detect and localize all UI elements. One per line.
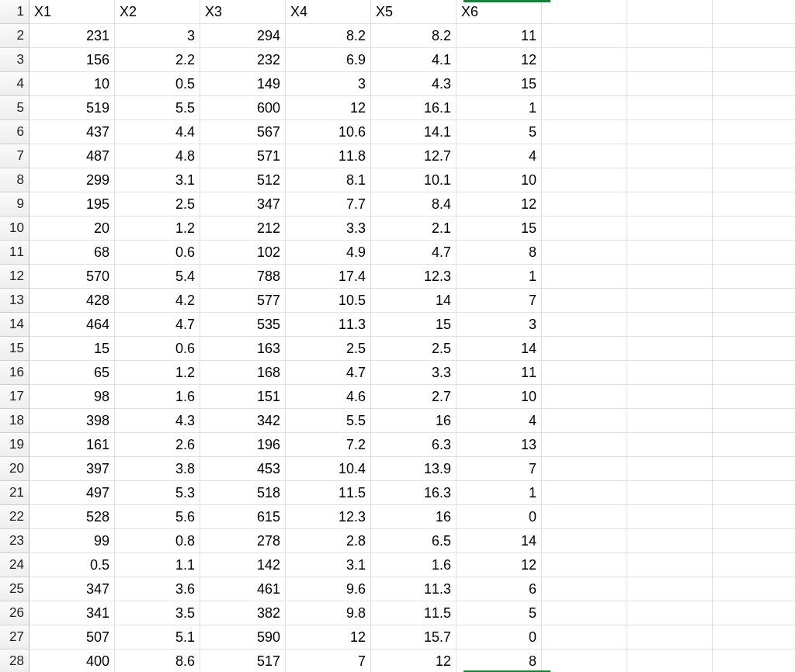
data-cell[interactable]: 10 [30, 72, 115, 96]
data-cell[interactable]: 3.3 [286, 216, 371, 241]
data-cell[interactable]: 6.9 [286, 48, 371, 72]
row-header[interactable]: 21 [0, 481, 30, 505]
empty-cell[interactable] [627, 192, 713, 216]
empty-cell[interactable] [627, 24, 713, 48]
data-cell[interactable]: 3.1 [286, 553, 371, 577]
data-cell[interactable]: 382 [200, 601, 286, 625]
empty-cell[interactable] [713, 144, 795, 168]
empty-cell[interactable] [627, 72, 713, 96]
row-header[interactable]: 11 [0, 241, 30, 265]
empty-cell[interactable] [542, 601, 627, 625]
empty-cell[interactable] [713, 241, 795, 265]
data-cell[interactable]: 299 [30, 168, 115, 192]
data-cell[interactable]: 12 [457, 48, 542, 72]
data-cell[interactable]: 600 [200, 96, 286, 120]
empty-cell[interactable] [627, 0, 713, 24]
row-header[interactable]: 6 [0, 120, 30, 144]
empty-cell[interactable] [713, 625, 795, 649]
data-cell[interactable]: 278 [200, 529, 286, 553]
data-cell[interactable]: 20 [30, 216, 115, 241]
data-cell[interactable]: 8.1 [286, 168, 371, 192]
empty-cell[interactable] [627, 577, 713, 601]
data-cell[interactable]: 12.7 [371, 144, 457, 168]
row-header[interactable]: 9 [0, 192, 30, 216]
data-cell[interactable]: 11.8 [286, 144, 371, 168]
data-cell[interactable]: 15.7 [371, 625, 457, 649]
empty-cell[interactable] [542, 337, 627, 361]
data-cell[interactable]: 11.5 [286, 481, 371, 505]
data-cell[interactable]: 2.7 [371, 385, 457, 409]
data-cell[interactable]: 6 [457, 577, 542, 601]
data-cell[interactable]: 142 [200, 553, 286, 577]
empty-cell[interactable] [542, 361, 627, 385]
data-cell[interactable]: 5.6 [115, 505, 200, 529]
data-cell[interactable]: 232 [200, 48, 286, 72]
data-cell[interactable]: 464 [30, 313, 115, 337]
column-header[interactable]: X3 [200, 0, 286, 24]
data-cell[interactable]: 14.1 [371, 120, 457, 144]
empty-cell[interactable] [713, 361, 795, 385]
data-cell[interactable]: 9.6 [286, 577, 371, 601]
empty-cell[interactable] [627, 553, 713, 577]
row-header[interactable]: 17 [0, 385, 30, 409]
data-cell[interactable]: 3.6 [115, 577, 200, 601]
data-cell[interactable]: 7 [286, 649, 371, 672]
data-cell[interactable]: 4.6 [286, 385, 371, 409]
empty-cell[interactable] [627, 529, 713, 553]
data-cell[interactable]: 4.3 [371, 72, 457, 96]
empty-cell[interactable] [627, 625, 713, 649]
empty-cell[interactable] [627, 265, 713, 289]
data-cell[interactable]: 11.3 [286, 313, 371, 337]
empty-cell[interactable] [542, 505, 627, 529]
data-cell[interactable]: 4.7 [286, 361, 371, 385]
data-cell[interactable]: 8.2 [286, 24, 371, 48]
row-header[interactable]: 26 [0, 601, 30, 625]
empty-cell[interactable] [542, 265, 627, 289]
empty-cell[interactable] [542, 96, 627, 120]
data-cell[interactable]: 15 [30, 337, 115, 361]
data-cell[interactable]: 3.1 [115, 168, 200, 192]
empty-cell[interactable] [713, 553, 795, 577]
row-header[interactable]: 18 [0, 409, 30, 433]
data-cell[interactable]: 12.3 [286, 505, 371, 529]
data-cell[interactable]: 5 [457, 120, 542, 144]
data-cell[interactable]: 14 [371, 289, 457, 313]
data-cell[interactable]: 4.1 [371, 48, 457, 72]
empty-cell[interactable] [542, 241, 627, 265]
data-cell[interactable]: 2.2 [115, 48, 200, 72]
data-cell[interactable]: 12 [286, 96, 371, 120]
data-cell[interactable]: 1.6 [115, 385, 200, 409]
row-header[interactable]: 10 [0, 216, 30, 241]
empty-cell[interactable] [713, 192, 795, 216]
data-cell[interactable]: 517 [200, 649, 286, 672]
empty-cell[interactable] [542, 433, 627, 457]
empty-cell[interactable] [542, 625, 627, 649]
empty-cell[interactable] [627, 120, 713, 144]
data-cell[interactable]: 518 [200, 481, 286, 505]
data-cell[interactable]: 161 [30, 433, 115, 457]
data-cell[interactable]: 507 [30, 625, 115, 649]
data-cell[interactable]: 7.7 [286, 192, 371, 216]
empty-cell[interactable] [713, 409, 795, 433]
data-cell[interactable]: 15 [371, 313, 457, 337]
row-header[interactable]: 13 [0, 289, 30, 313]
data-cell[interactable]: 16.1 [371, 96, 457, 120]
empty-cell[interactable] [713, 337, 795, 361]
data-cell[interactable]: 163 [200, 337, 286, 361]
data-cell[interactable]: 11.3 [371, 577, 457, 601]
empty-cell[interactable] [627, 144, 713, 168]
data-cell[interactable]: 5 [457, 601, 542, 625]
data-cell[interactable]: 7 [457, 289, 542, 313]
data-cell[interactable]: 196 [200, 433, 286, 457]
data-cell[interactable]: 16.3 [371, 481, 457, 505]
data-cell[interactable]: 570 [30, 265, 115, 289]
data-cell[interactable]: 10 [457, 168, 542, 192]
data-cell[interactable]: 788 [200, 265, 286, 289]
data-cell[interactable]: 4 [457, 409, 542, 433]
data-cell[interactable]: 7.2 [286, 433, 371, 457]
row-header[interactable]: 2 [0, 24, 30, 48]
data-cell[interactable]: 1 [457, 96, 542, 120]
data-cell[interactable]: 168 [200, 361, 286, 385]
data-cell[interactable]: 2.5 [371, 337, 457, 361]
data-cell[interactable]: 5.3 [115, 481, 200, 505]
